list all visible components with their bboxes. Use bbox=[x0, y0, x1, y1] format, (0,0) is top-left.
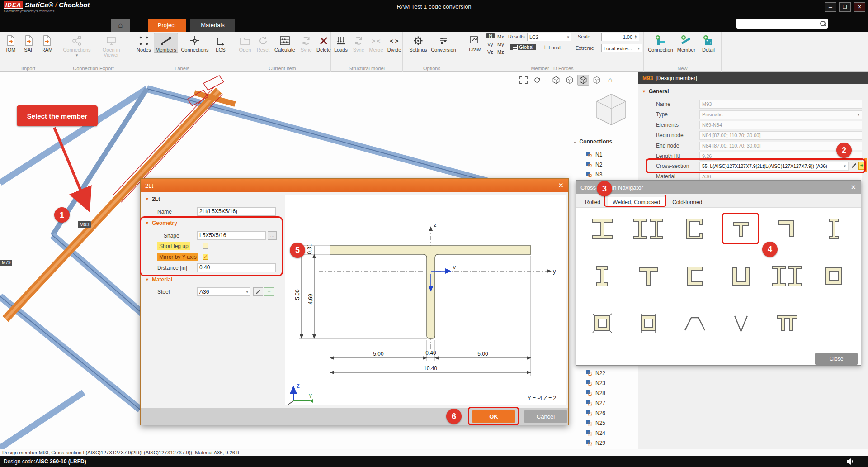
section-type-box-welded-2[interactable] bbox=[631, 310, 665, 337]
delete-button[interactable]: Delete bbox=[315, 33, 333, 53]
home-tab[interactable]: ⌂ bbox=[111, 19, 130, 32]
local-toggle[interactable]: ⊥ Local bbox=[541, 44, 562, 51]
open-button[interactable]: Open bbox=[236, 33, 254, 53]
section-type-tee-wide[interactable] bbox=[631, 262, 665, 290]
loads-button[interactable]: Loads bbox=[332, 33, 350, 53]
section-type-channel[interactable] bbox=[678, 262, 712, 290]
view-home-button[interactable]: ⌂ bbox=[604, 75, 616, 86]
extreme-dropdown[interactable]: Local extre...▾ bbox=[601, 44, 642, 52]
ok-button[interactable]: OK bbox=[472, 410, 515, 423]
new-detail-button[interactable]: Detail bbox=[698, 33, 719, 53]
cross-section-edit-button[interactable] bbox=[851, 162, 858, 171]
open-in-viewer-button[interactable]: Open in Viewer bbox=[94, 33, 128, 58]
shape-input[interactable]: L5X5X5/16 bbox=[197, 231, 266, 240]
section-general[interactable]: ▼ General bbox=[642, 88, 669, 95]
view-axonometry-button[interactable] bbox=[550, 75, 562, 86]
dialog-name-input[interactable]: 2Lt(L5X5X5/16) bbox=[197, 207, 276, 216]
tree-node-item[interactable]: N23 bbox=[586, 379, 605, 387]
status-panel-icon[interactable] bbox=[859, 459, 864, 464]
section-2lt-header[interactable]: ▼ 2Lt bbox=[145, 196, 160, 202]
navigator-close-button[interactable]: Close bbox=[815, 353, 858, 365]
connections-label-button[interactable]: Connections bbox=[178, 33, 212, 53]
merge-button[interactable]: > < Merge bbox=[367, 33, 385, 53]
steel-edit-button[interactable] bbox=[253, 287, 263, 296]
search-icon[interactable] bbox=[820, 20, 826, 27]
force-mx-toggle[interactable]: Mx bbox=[497, 34, 504, 39]
tree-node-item[interactable]: N25 bbox=[586, 419, 605, 427]
navigator-tab-cold-formed[interactable]: Cold-formed bbox=[669, 197, 706, 207]
tree-node-item[interactable]: N3 bbox=[586, 171, 602, 179]
section-geometry-header[interactable]: ▼ Geometry bbox=[145, 220, 177, 226]
tree-node-item[interactable]: N26 bbox=[586, 409, 605, 417]
section-type-angle[interactable] bbox=[770, 215, 804, 243]
zoom-fit-button[interactable] bbox=[518, 75, 529, 86]
tab-materials[interactable]: Materials bbox=[190, 19, 235, 32]
section-type-double-tee[interactable] bbox=[770, 310, 804, 337]
results-dropdown[interactable]: LC2▾ bbox=[527, 33, 571, 41]
cross-section-dropdown[interactable]: 55. L(AISC)127X127X7.9(2Lt(L(AISC)127X12… bbox=[699, 162, 849, 171]
orbit-dropdown-chevron-icon[interactable]: ⌄ bbox=[545, 78, 548, 82]
navigator-title-bar[interactable]: Cross-section Navigator ✕ bbox=[576, 181, 861, 194]
sync-item-button[interactable]: Sync bbox=[297, 33, 315, 53]
section-type-u-channel[interactable] bbox=[724, 262, 758, 290]
saf-button[interactable]: SAF bbox=[20, 33, 38, 53]
section-type-i-beam[interactable] bbox=[585, 262, 619, 290]
force-my-toggle[interactable]: My bbox=[497, 42, 504, 47]
search-input[interactable] bbox=[736, 20, 820, 27]
steel-library-button[interactable]: ≡ bbox=[264, 287, 274, 296]
scale-spinner[interactable]: ▲▼ bbox=[634, 35, 637, 39]
view-wireframe-button[interactable] bbox=[564, 75, 576, 86]
mirror-y-axis-checkbox[interactable]: ✓ bbox=[203, 254, 208, 260]
orbit-button[interactable] bbox=[531, 75, 543, 86]
2lt-dialog-close-icon[interactable]: ✕ bbox=[558, 181, 564, 190]
draw-forces-button[interactable]: Draw bbox=[465, 33, 485, 52]
shape-browse-button[interactable]: ... bbox=[268, 231, 277, 240]
tree-node-item[interactable]: N24 bbox=[586, 429, 605, 437]
speaker-icon[interactable] bbox=[846, 458, 854, 465]
reset-button[interactable]: Reset bbox=[254, 33, 272, 53]
scale-input[interactable]: 1.00 ▲▼ bbox=[601, 33, 639, 41]
tree-node-item[interactable]: N22 bbox=[586, 369, 605, 377]
2lt-dialog-title-bar[interactable]: 2Lt ✕ bbox=[141, 179, 568, 192]
nodes-label-button[interactable]: Nodes bbox=[134, 33, 154, 53]
conversion-button[interactable]: Conversion bbox=[430, 33, 457, 53]
export-connections-button[interactable]: Connections ▾ bbox=[60, 33, 94, 58]
section-type-vee[interactable] bbox=[724, 310, 758, 337]
steel-select[interactable]: A36▾ bbox=[197, 287, 250, 296]
tab-project[interactable]: Project bbox=[148, 19, 186, 32]
section-type-double-i[interactable] bbox=[631, 215, 665, 243]
force-vz-toggle[interactable]: Vz bbox=[487, 49, 493, 55]
settings-button[interactable]: Settings bbox=[406, 33, 430, 53]
tree-node-item[interactable]: N28 bbox=[586, 389, 605, 397]
force-mz-toggle[interactable]: Mz bbox=[497, 49, 504, 55]
name-field[interactable]: M93 bbox=[699, 100, 862, 109]
distance-input[interactable]: 0.40 bbox=[197, 263, 276, 272]
close-button[interactable]: ✕ bbox=[854, 2, 865, 12]
tree-node-item[interactable]: N2 bbox=[586, 161, 602, 169]
global-toggle[interactable]: Global bbox=[510, 44, 536, 50]
navigator-tab-welded[interactable]: Welded, Composed bbox=[608, 197, 665, 207]
section-type-trapezoid[interactable] bbox=[678, 310, 712, 337]
section-type-welded-i[interactable] bbox=[585, 215, 619, 243]
view-transparent-button[interactable] bbox=[591, 75, 603, 86]
tree-connections-header[interactable]: ⌄ Connections bbox=[573, 138, 612, 146]
cancel-button[interactable]: Cancel bbox=[524, 410, 567, 423]
minimize-button[interactable]: ─ bbox=[825, 2, 836, 12]
view-solid-button[interactable] bbox=[577, 75, 589, 86]
steel-beam[interactable] bbox=[0, 89, 147, 183]
members-label-button[interactable]: Members bbox=[154, 33, 178, 53]
tree-node-item[interactable]: N27 bbox=[586, 399, 605, 407]
section-material-header[interactable]: ▼ Material bbox=[145, 276, 172, 283]
divide-button[interactable]: < > Divide bbox=[385, 33, 403, 53]
steel-beam[interactable] bbox=[0, 392, 84, 448]
section-type-box-welded[interactable] bbox=[585, 310, 619, 337]
new-connection-button[interactable]: Connection bbox=[646, 33, 675, 53]
iom-button[interactable]: IOM bbox=[2, 33, 20, 53]
navigator-tab-rolled[interactable]: Rolled bbox=[581, 197, 604, 207]
navigator-close-icon[interactable]: ✕ bbox=[850, 183, 856, 191]
new-member-button[interactable]: Member bbox=[675, 33, 698, 53]
restore-button[interactable]: ❐ bbox=[839, 2, 851, 12]
force-n-toggle[interactable]: N bbox=[486, 33, 495, 38]
section-type-channel-lips[interactable] bbox=[678, 215, 712, 243]
section-type-box[interactable] bbox=[816, 262, 851, 290]
